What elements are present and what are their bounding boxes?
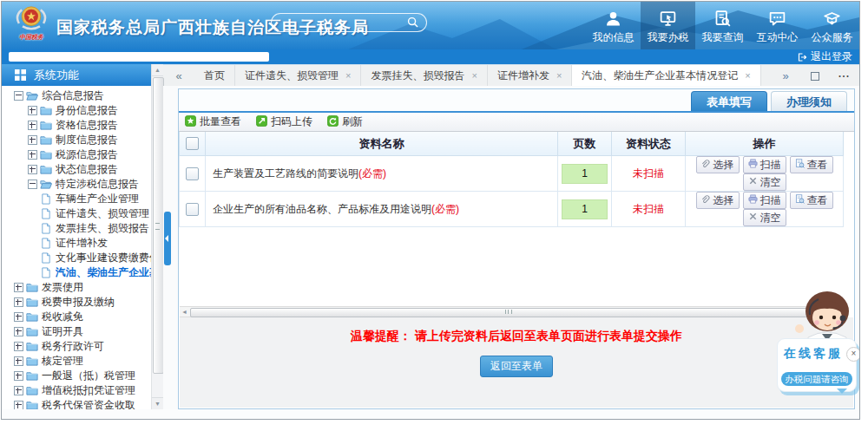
toolbar-scan-upload-button[interactable]: 扫码上传 [256,114,312,129]
clear-button[interactable]: 清空 [743,209,786,226]
workspace-tab[interactable]: 汽油、柴油生产企业基本情况登记× [572,65,760,86]
maximize-tab-button[interactable] [800,69,830,82]
attach-select-button[interactable]: 选择 [696,156,740,173]
top-nav-item[interactable]: 公众服务 [805,2,859,49]
search-icon[interactable] [407,16,418,28]
tree-item-label: 核定管理 [42,354,83,369]
expand-plus-icon[interactable] [28,106,37,115]
horizontal-scrollbar-thumb[interactable] [190,308,825,317]
toolbar-button-label: 扫码上传 [271,114,312,129]
top-nav-item[interactable]: 我要查询 [695,2,750,49]
tree-item[interactable]: 状态信息报告 [2,162,151,177]
workspace-tab[interactable]: 证件增补发× [488,65,572,86]
tree-item[interactable]: 证明开具 [2,324,151,339]
horizontal-scrollbar[interactable]: ◄ [180,306,842,317]
expand-plus-icon[interactable] [14,342,23,351]
more-tabs-button[interactable]: ••• [830,73,859,79]
scan-button[interactable]: 扫描 [743,192,786,209]
top-nav-item[interactable]: 我要办税 [641,2,695,49]
reminder-label: 温馨提醒： [351,329,411,343]
header-search[interactable] [271,13,427,32]
tree-item[interactable]: 文化事业建设费缴费信息报告 [2,251,151,265]
tree-item[interactable]: 汽油、柴油生产企业基本情况登记 [2,265,151,280]
toolbar-refresh-button[interactable]: 刷新 [327,114,363,129]
grid-icon [15,69,26,81]
view-button[interactable]: 查看 [790,192,833,209]
folder-icon [26,356,38,367]
expand-plus-icon[interactable] [14,283,23,292]
return-to-form-button[interactable]: 返回至表单 [480,356,553,377]
workspace-tab[interactable]: 首页 [194,65,235,86]
logout-button[interactable]: 退出登录 [797,49,852,64]
search-input[interactable] [280,15,405,30]
status-cell: 未扫描 [612,156,686,192]
toolbar-batch-view-button[interactable]: 批量查看 [185,114,241,129]
close-tab-icon[interactable]: × [556,70,562,81]
expand-plus-icon[interactable] [14,356,23,366]
folder-icon [26,326,38,337]
collapse-minus-icon[interactable] [14,91,23,101]
expand-plus-icon[interactable] [14,312,23,322]
tree-item[interactable]: 税费申报及缴纳 [2,295,151,310]
online-service-bubble[interactable]: 在线客服 × 办税问题请咨询 [777,338,857,392]
tree-item[interactable]: 综合信息报告 [2,88,151,103]
logo-caption: 中国税务 [9,34,54,41]
expand-plus-icon[interactable] [28,135,37,145]
tree-item[interactable]: 证件增补发 [2,236,151,251]
tree-item[interactable]: 税务行政许可 [2,339,151,354]
tree-item[interactable]: 税收减免 [2,310,151,324]
expand-plus-icon[interactable] [14,327,23,336]
tree-item[interactable]: 证件遗失、损毁管理 [2,206,151,221]
sidebar-scrollbar[interactable]: ▲ ▼ [151,64,163,409]
sidebar-header[interactable]: 系统功能 [2,64,151,86]
scroll-left-icon[interactable]: ◄ [180,307,189,317]
tree-item[interactable]: 发票使用 [2,280,151,295]
expand-plus-icon[interactable] [28,165,37,174]
scan-button[interactable]: 扫描 [743,156,786,173]
tree-item[interactable]: 资格信息报告 [2,118,151,133]
workspace-tab[interactable]: 证件遗失、损毁管理× [235,65,361,86]
row-checkbox[interactable] [186,203,199,216]
expand-plus-icon[interactable] [14,371,23,381]
workspace-tab[interactable]: 发票挂失、损毁报告× [361,65,487,86]
clear-button[interactable]: 清空 [743,173,786,191]
clear-icon [748,176,758,188]
select-all-checkbox[interactable] [186,137,199,150]
close-icon[interactable]: × [846,347,860,362]
tree-item[interactable]: 身份信息报告 [2,103,151,118]
expand-plus-icon[interactable] [28,150,37,160]
tree-item[interactable]: 税务代保管资金收取 [2,398,151,409]
tree-item-label: 税源信息报告 [56,147,118,162]
tree-item[interactable]: 增值税抵扣凭证管理 [2,383,151,398]
notice-strip: 退出登录 [2,49,859,64]
top-nav-item[interactable]: 我的信息 [586,2,641,49]
tree-item[interactable]: 车辆生产企业管理 [2,192,151,206]
workspace-tab-label: 发票挂失、损毁报告 [371,69,464,83]
expand-tabs-button[interactable]: » [771,69,800,82]
top-nav-item[interactable]: 互动中心 [750,2,805,49]
tab-form-fill[interactable]: 表单填写 [691,91,767,111]
close-tab-icon[interactable]: × [745,70,750,81]
tree-item[interactable]: 发票挂失、损毁报告 [2,221,151,236]
close-tab-icon[interactable]: × [345,70,351,81]
expand-plus-icon[interactable] [14,401,23,409]
tree-item[interactable]: 税源信息报告 [2,147,151,162]
expand-plus-icon[interactable] [28,121,37,130]
scroll-down-icon[interactable]: ▼ [152,397,163,409]
row-checkbox[interactable] [186,167,199,180]
expand-plus-icon[interactable] [14,297,23,307]
tree-item[interactable]: 制度信息报告 [2,133,151,147]
tree-item[interactable]: 一般退（抵）税管理 [2,369,151,383]
sidebar-collapse-handle[interactable] [164,212,171,265]
collapse-minus-icon[interactable] [28,180,37,189]
close-tab-icon[interactable]: × [471,70,477,81]
tree-item[interactable]: 核定管理 [2,354,151,369]
expand-plus-icon[interactable] [14,386,23,395]
scroll-up-icon[interactable]: ▲ [152,64,163,76]
tree-item[interactable]: 特定涉税信息报告 [2,177,151,192]
action-button-label: 扫描 [760,193,781,208]
view-button[interactable]: 查看 [790,156,833,173]
attach-select-button[interactable]: 选择 [696,192,740,209]
tab-instructions[interactable]: 办理须知 [771,91,847,111]
collapse-tabs-button[interactable]: « [163,65,194,86]
